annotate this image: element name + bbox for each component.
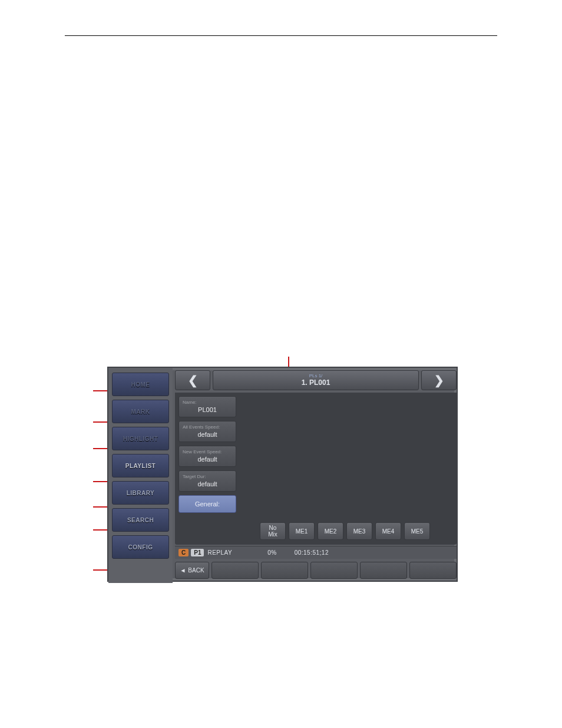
name-field[interactable]: Name: PL001 [178,396,236,417]
horizontal-rule [65,35,497,36]
new-event-speed-value: default [183,455,232,463]
name-value: PL001 [183,406,232,414]
me5-button[interactable]: ME5 [404,522,430,540]
all-events-speed-value: default [183,430,232,439]
sidebar-item-highlight[interactable]: HIGHLIGHT [112,427,169,450]
status-p1-badge: P1 [191,549,204,556]
prev-button[interactable]: ❮ [175,370,210,390]
footer-slot-3[interactable] [261,562,308,579]
target-dur-field[interactable]: Target Dur: default [178,470,236,492]
name-label: Name: [183,400,232,406]
chevron-right-icon: ❯ [434,373,444,387]
target-dur-label: Target Dur: [183,474,232,480]
status-c-badge: C [178,549,189,556]
status-bar: C P1 REPLAY 0% 00:15:51;12 [175,546,457,559]
target-dur-value: default [183,480,232,488]
next-button[interactable]: ❯ [421,370,457,390]
main-area: ❮ PLs 1/ 1. PL001 ❯ Name: PL001 All Even… [173,368,459,583]
playlist-ui-panel: HOME MARK HIGHLIGHT PLAYLIST LIBRARY SEA… [107,367,458,582]
back-button[interactable]: ◄ BACK [175,562,209,579]
header-title-button[interactable]: PLs 1/ 1. PL001 [213,370,419,390]
status-percent: 0% [267,549,276,556]
me4-button[interactable]: ME4 [375,522,401,540]
sidebar-item-library[interactable]: LIBRARY [112,481,169,505]
footer-slot-2[interactable] [211,562,259,579]
footer-slot-6[interactable] [409,562,457,579]
me-row: No Mix ME1 ME2 ME3 ME4 ME5 [260,522,430,540]
header-title: 1. PL001 [302,378,330,388]
me1-button[interactable]: ME1 [289,522,315,540]
me3-button[interactable]: ME3 [346,522,372,540]
all-events-speed-label: All Events Speed: [183,424,232,430]
sidebar-item-mark[interactable]: MARK [112,400,169,423]
new-event-speed-label: New Event Speed: [183,449,232,455]
back-label: BACK [188,567,204,574]
sidebar-item-search[interactable]: SEARCH [112,508,169,532]
header-bar: ❮ PLs 1/ 1. PL001 ❯ [173,368,459,390]
all-events-speed-field[interactable]: All Events Speed: default [178,421,236,442]
sidebar-item-config[interactable]: CONFIG [112,535,169,559]
footer-row: ◄ BACK [173,560,459,581]
general-button[interactable]: General: [178,495,236,513]
me2-button[interactable]: ME2 [318,522,343,540]
sidebar-item-home[interactable]: HOME [112,373,169,396]
footer-slot-5[interactable] [360,562,407,579]
footer-slot-4[interactable] [310,562,358,579]
header-crumb: PLs 1/ [309,373,323,378]
status-timecode: 00:15:51;12 [295,549,329,556]
new-event-speed-field[interactable]: New Event Speed: default [178,446,236,467]
status-replay: REPLAY [207,549,232,556]
sidebar: HOME MARK HIGHLIGHT PLAYLIST LIBRARY SEA… [108,368,173,583]
sidebar-item-playlist[interactable]: PLAYLIST [112,454,169,477]
back-arrow-icon: ◄ [180,567,186,574]
chevron-left-icon: ❮ [188,373,198,387]
no-mix-button[interactable]: No Mix [260,522,286,540]
body-panel: Name: PL001 All Events Speed: default Ne… [175,393,457,545]
